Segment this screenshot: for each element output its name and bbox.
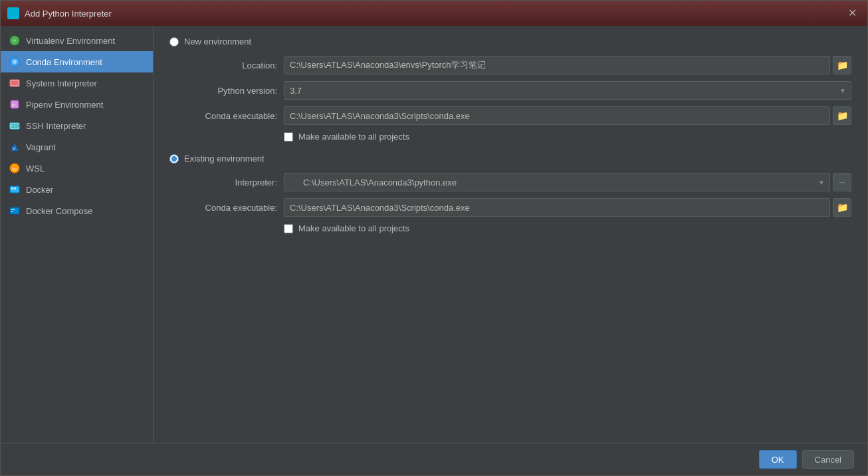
main-content: New environment Location: 📁 Python versi…	[154, 26, 867, 443]
title-bar: Pc Add Python Interpreter ✕	[1, 1, 867, 26]
wsl-icon: W	[9, 162, 21, 174]
new-env-section-header: New environment	[169, 37, 851, 47]
pycharm-icon: Pc	[7, 7, 19, 19]
version-dropdown-arrow: ▼	[839, 87, 846, 94]
svg-rect-14	[11, 187, 13, 189]
title-bar-left: Pc Add Python Interpreter	[7, 7, 112, 19]
location-label: Location:	[184, 60, 277, 70]
python-version-wrap: ▼	[284, 81, 851, 100]
sidebar-item-label: Vagrant	[26, 142, 56, 152]
sidebar: Virtualenv Environment Conda Environment	[1, 26, 154, 443]
existing-env-radio[interactable]	[169, 154, 179, 164]
add-python-interpreter-dialog: Pc Add Python Interpreter ✕ Virtualenv E…	[0, 0, 868, 476]
location-browse-button[interactable]: 📁	[833, 56, 851, 74]
cancel-button[interactable]: Cancel	[802, 450, 854, 469]
close-button[interactable]: ✕	[844, 7, 861, 20]
sidebar-item-ssh[interactable]: SSH SSH Interpreter	[1, 115, 153, 136]
conda-icon	[9, 56, 21, 68]
sidebar-item-label: WSL	[26, 164, 45, 174]
svg-text:W: W	[12, 166, 17, 172]
existing-conda-exe-browse-button[interactable]: 📁	[833, 198, 851, 217]
existing-env-section-header: Existing environment	[169, 154, 851, 164]
sidebar-item-docker[interactable]: Docker	[1, 179, 153, 200]
existing-env-form: Interpreter: ▼ ··· Conda executable:	[169, 173, 851, 233]
sidebar-item-conda[interactable]: Conda Environment	[1, 51, 153, 72]
vagrant-icon: V	[9, 141, 21, 153]
existing-env-make-available-label[interactable]: Make available to all projects	[298, 223, 409, 233]
sidebar-item-vagrant[interactable]: V Vagrant	[1, 136, 153, 158]
svg-rect-19	[11, 211, 13, 212]
sidebar-item-system[interactable]: System Interpreter	[1, 72, 153, 94]
svg-rect-18	[13, 209, 15, 210]
new-env-make-available-label[interactable]: Make available to all projects	[298, 132, 409, 142]
existing-conda-exe-input[interactable]	[284, 198, 830, 217]
sidebar-item-label: Conda Environment	[26, 57, 102, 67]
interpreter-row: Interpreter: ▼ ···	[184, 173, 851, 191]
sidebar-item-wsl[interactable]: W WSL	[1, 158, 153, 179]
location-input-wrap: 📁	[284, 56, 851, 74]
sidebar-item-label: Docker	[26, 185, 53, 195]
svg-text:P: P	[12, 102, 15, 108]
existing-env-make-available-checkbox[interactable]	[284, 224, 293, 233]
existing-conda-exe-label: Conda executable:	[184, 203, 277, 213]
new-env-radio[interactable]	[169, 37, 179, 47]
system-interpreter-icon	[9, 77, 21, 89]
svg-rect-17	[11, 209, 13, 210]
sidebar-item-label: Docker Compose	[26, 206, 92, 216]
ok-button[interactable]: OK	[759, 450, 797, 469]
existing-conda-exe-wrap: 📁	[284, 198, 851, 217]
new-env-label[interactable]: New environment	[184, 37, 251, 47]
sidebar-item-docker-compose[interactable]: Docker Compose	[1, 200, 153, 221]
dialog-body: Virtualenv Environment Conda Environment	[1, 26, 867, 443]
new-env-form: Location: 📁 Python version: ▼	[169, 56, 851, 142]
sidebar-item-label: Pipenv Environment	[26, 100, 103, 110]
existing-conda-exe-row: Conda executable: 📁	[184, 198, 851, 217]
conda-exe-label: Conda executable:	[184, 111, 277, 121]
python-version-label: Python version:	[184, 86, 277, 96]
python-version-input[interactable]	[284, 81, 851, 100]
interpreter-select-wrap: ▼ ···	[284, 173, 851, 191]
python-version-row: Python version: ▼	[184, 81, 851, 100]
docker-icon	[9, 183, 21, 195]
new-env-make-available-checkbox[interactable]	[284, 132, 293, 142]
conda-exe-input-wrap: 📁	[284, 106, 851, 125]
svg-text:SSH: SSH	[11, 124, 20, 128]
location-input[interactable]	[284, 56, 830, 74]
conda-exe-input[interactable]	[284, 106, 830, 125]
sidebar-item-label: SSH Interpreter	[26, 121, 86, 131]
interpreter-dropdown-arrow: ▼	[818, 179, 825, 186]
conda-exe-row: Conda executable: 📁	[184, 106, 851, 125]
svg-text:V: V	[13, 146, 16, 151]
interpreter-label: Interpreter:	[184, 178, 277, 187]
sidebar-item-label: System Interpreter	[26, 78, 97, 88]
sidebar-item-pipenv[interactable]: P Pipenv Environment	[1, 94, 153, 115]
pipenv-icon: P	[9, 98, 21, 110]
svg-rect-4	[11, 81, 18, 85]
sidebar-item-label: Virtualenv Environment	[26, 36, 115, 46]
location-row: Location: 📁	[184, 56, 851, 74]
ssh-icon: SSH	[9, 120, 21, 132]
dialog-footer: OK Cancel	[1, 443, 867, 475]
new-env-make-available-row: Make available to all projects	[184, 132, 851, 142]
existing-env-make-available-row: Make available to all projects	[184, 223, 851, 233]
virtualenv-icon	[9, 35, 21, 47]
interpreter-more-button[interactable]: ···	[833, 173, 851, 191]
conda-exe-browse-button[interactable]: 📁	[833, 106, 851, 125]
docker-compose-icon	[9, 205, 21, 217]
dialog-title: Add Python Interpreter	[25, 9, 112, 19]
existing-env-label[interactable]: Existing environment	[184, 154, 265, 164]
interpreter-input[interactable]	[284, 173, 830, 191]
sidebar-item-virtualenv[interactable]: Virtualenv Environment	[1, 30, 153, 51]
svg-rect-15	[14, 187, 16, 189]
svg-point-2	[13, 60, 17, 64]
